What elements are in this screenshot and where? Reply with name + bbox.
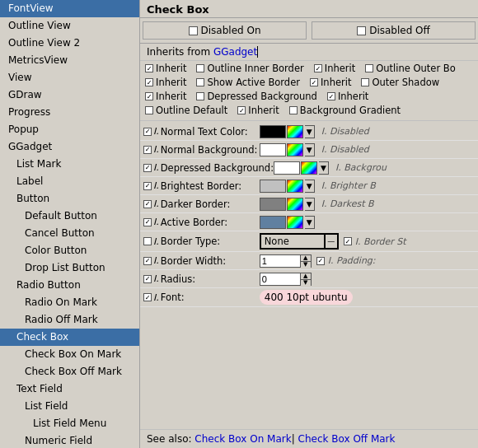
disabled-label-darker_border: I. Darkest B [321,198,374,209]
prop-checkbox-radius[interactable] [143,275,152,283]
sidebar-item-check-box-off-mark[interactable]: Check Box Off Mark [0,363,139,380]
dropdown-select-border_type[interactable]: None [260,233,326,250]
spinbox-down-border_width[interactable]: ▼ [301,262,311,268]
prop-checkbox-darker_border[interactable] [143,200,152,208]
inherit-cb-outer-shadow-3[interactable]: Outer Shadow [361,77,439,88]
font-value-font[interactable]: 400 10pt ubuntu [260,290,353,305]
sidebar-item-check-box-on-mark[interactable]: Check Box On Mark [0,346,139,363]
inherits-link[interactable]: GGadget [213,46,257,58]
prop-checkbox-normal_background[interactable] [143,146,152,154]
spinbox-input-border_width[interactable] [260,254,301,268]
color-pipe-normal_background[interactable]: ▼ [305,143,315,156]
cb-label: Inherit [156,77,186,88]
spinbox-input-radius[interactable] [260,273,301,286]
prop-checkbox-font[interactable] [143,293,152,301]
sidebar-item-radio-on-mark[interactable]: Radio On Mark [0,294,139,311]
inherit-cb-inherit-2[interactable]: Inherit [310,77,351,88]
disabled-label-border_type: I. Border St [355,236,406,247]
sidebar-item-radio-off-mark[interactable]: Radio Off Mark [0,311,139,329]
sidebar-item-button[interactable]: Button [0,190,139,208]
inherit-cb-inherit-1[interactable]: Inherit [237,105,279,116]
prop-checkbox-depressed_background[interactable] [143,164,152,172]
sidebar-item-list-mark[interactable]: List Mark [0,156,139,173]
cb-label: Inherit [325,63,355,74]
color-swatch-normal_background[interactable] [260,143,286,156]
inherit-cb-show-active-border-1[interactable]: Show Active Border [196,77,299,88]
color-pipe-active_border[interactable]: ▼ [305,216,315,229]
sidebar-item-ggadget[interactable]: GGadget [0,138,139,156]
sidebar-item-check-box[interactable]: Check Box [0,329,139,346]
disabled-cb-border_width [316,257,325,265]
cb-checkbox-icon [145,106,153,114]
cb-label: Inherit [248,105,279,116]
color-picker-btn-depressed_background[interactable] [301,161,317,175]
cb-label: Show Active Border [207,77,299,88]
spinbox-down-radius[interactable]: ▼ [301,280,311,286]
inherit-cb-depressed-background-1[interactable]: Depressed Background [196,91,316,102]
inherit-cb-inherit-0[interactable]: Inherit [145,63,186,74]
cb-checkbox-icon [196,78,204,86]
sidebar-item-drop-list-button[interactable]: Drop List Button [0,259,139,277]
color-swatch-darker_border[interactable] [260,198,286,211]
color-picker-btn-brightest_border[interactable] [287,180,303,193]
prop-checkbox-border_width[interactable] [143,257,152,265]
sidebar-item-view[interactable]: View [0,69,139,86]
see-also-link-1[interactable]: Check Box Off Mark [298,433,396,445]
sidebar-item-list-field[interactable]: List Field [0,398,139,415]
prop-row-normal_background: I.Normal Background:▼I. Disabled [140,141,478,159]
disabled-label-depressed_background: I. Backgrou [335,162,387,173]
sidebar-item-outline-view[interactable]: Outline View [0,17,139,35]
inherit-cb-outline-outer-bo-3[interactable]: Outline Outer Bo [365,63,456,74]
inherit-cb-outline-inner-border-1[interactable]: Outline Inner Border [196,63,303,74]
cb-label: Inherit [156,91,186,102]
sidebar-item-color-button[interactable]: Color Button [0,242,139,259]
inherit-cb-background-gradient-2[interactable]: Background Gradient [289,105,401,116]
inherit-cb-inherit-2[interactable]: Inherit [314,63,355,74]
prop-control-radius: ▲▼ [260,273,475,286]
sidebar-item-progress[interactable]: Progress [0,104,139,121]
sidebar-item-outline-view-2[interactable]: Outline View 2 [0,35,139,52]
color-pipe-darker_border[interactable]: ▼ [305,198,315,211]
color-pipe-brightest_border[interactable]: ▼ [305,180,315,193]
sidebar-item-popup[interactable]: Popup [0,121,139,138]
sidebar-item-radio-button[interactable]: Radio Button [0,277,139,294]
disabled-label-normal_text_color: I. Disabled [321,126,369,137]
color-pipe-normal_text_color[interactable]: ▼ [305,125,315,138]
prop-italic-depressed_background: I. [153,162,159,173]
sidebar-item-fontview[interactable]: FontView [0,0,139,17]
sidebar-item-cancel-button[interactable]: Cancel Button [0,225,139,242]
color-picker-btn-darker_border[interactable] [287,198,303,211]
prop-checkbox-normal_text_color[interactable] [143,128,152,136]
color-picker-btn-normal_text_color[interactable] [287,125,303,138]
sidebar-item-list-field-menu[interactable]: List Field Menu [0,415,139,432]
sidebar-item-text-field[interactable]: Text Field [0,380,139,398]
sidebar-item-numeric-field[interactable]: Numeric Field [0,432,139,448]
prop-checkbox-active_border[interactable] [143,218,152,226]
inherit-cb-inherit-2[interactable]: Inherit [327,91,368,102]
color-pipe-depressed_background[interactable]: ▼ [319,161,329,175]
inherit-cb-outline-default-0[interactable]: Outline Default [145,105,227,116]
sidebar-item-gdraw[interactable]: GDraw [0,86,139,104]
prop-checkbox-brightest_border[interactable] [143,182,152,190]
color-picker-btn-active_border[interactable] [287,216,303,229]
color-swatch-brightest_border[interactable] [260,180,286,193]
sidebar-item-metricsview[interactable]: MetricsView [0,52,139,69]
color-picker-btn-normal_background[interactable] [287,143,303,156]
cb-label: Outline Default [156,105,227,116]
sidebar-item-label[interactable]: Label [0,173,139,190]
prop-checkbox-border_type[interactable] [143,237,152,245]
color-swatch-normal_text_color[interactable] [260,125,286,138]
prop-label-font: Font: [161,292,260,303]
disabled-on-button[interactable]: Disabled On [143,21,307,40]
color-swatch-depressed_background[interactable] [274,161,300,175]
color-swatch-active_border[interactable] [260,216,286,229]
prop-row-radius: I.Radius:▲▼ [140,270,478,288]
inherit-cb-inherit-0[interactable]: Inherit [145,91,186,102]
see-also-link-0[interactable]: Check Box On Mark [194,433,291,445]
inherit-cb-inherit-0[interactable]: Inherit [145,77,186,88]
dropdown-arrow-border_type[interactable]: — [326,233,339,250]
sidebar-item-default-button[interactable]: Default Button [0,208,139,225]
disabled-off-button[interactable]: Disabled Off [312,21,476,40]
prop-control-normal_background: ▼I. Disabled [260,143,475,156]
prop-control-normal_text_color: ▼I. Disabled [260,125,475,138]
